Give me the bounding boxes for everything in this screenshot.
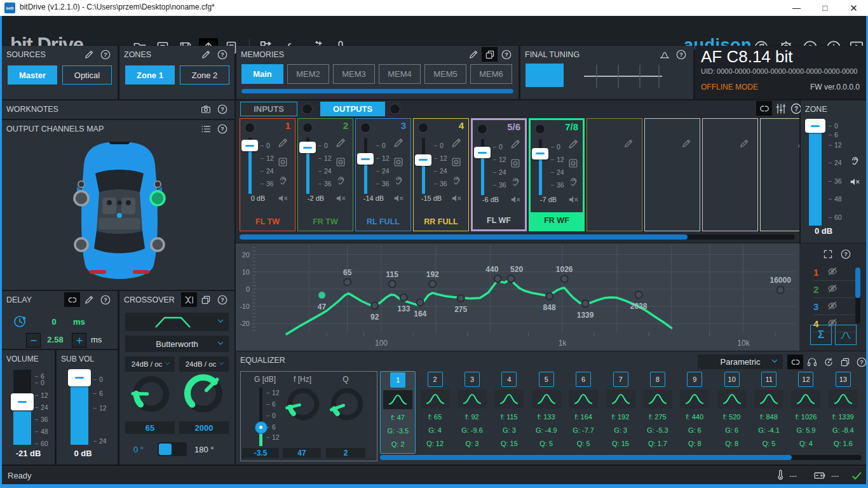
freq-knob[interactable] (285, 386, 322, 423)
mute-icon[interactable] (509, 193, 522, 206)
band-shape[interactable] (532, 390, 561, 409)
visibility-toggle[interactable] (826, 265, 839, 280)
memory-button-main[interactable]: Main (241, 64, 283, 84)
edit-icon[interactable] (681, 138, 692, 152)
visibility-toggle[interactable] (826, 316, 839, 331)
edit-icon[interactable] (276, 137, 289, 152)
legend-scrollbar[interactable] (855, 268, 860, 323)
edit-icon[interactable] (738, 138, 750, 152)
eq-point-520[interactable] (508, 275, 515, 282)
memory-button-mem3[interactable]: MEM3 (333, 64, 375, 84)
eq-point-164[interactable] (417, 299, 424, 306)
channel-label[interactable]: RL FULL (356, 214, 410, 231)
mute-icon[interactable] (392, 192, 405, 207)
channel-strip-5/6[interactable]: 5/60122436-6 dBFL WF (471, 118, 527, 231)
eq-point-115[interactable] (389, 280, 396, 287)
eq-band-11[interactable]: 11f: 848G: -4.1Q: 5 (751, 371, 787, 454)
eq-band-7[interactable]: 7f: 192G: 3Q: 15 (602, 371, 638, 454)
mute-icon[interactable] (276, 192, 289, 205)
mute-icon[interactable] (392, 192, 405, 205)
eq-band-4[interactable]: 4f: 115G: 3Q: 15 (491, 371, 527, 454)
link-channels-icon[interactable] (756, 101, 772, 116)
zone-button-zone-2[interactable]: Zone 2 (180, 65, 229, 85)
band-shape[interactable] (754, 390, 783, 409)
speaker-front-right-woofer-selected[interactable] (151, 191, 165, 205)
solo-icon[interactable] (846, 154, 862, 168)
solo-icon[interactable] (450, 175, 463, 187)
band-shape[interactable] (829, 390, 858, 409)
source-button-master[interactable]: Master (8, 65, 57, 85)
pencil-icon[interactable] (681, 138, 692, 149)
band-shape[interactable] (643, 390, 672, 409)
eq-point-1026[interactable] (561, 275, 568, 282)
faders-icon[interactable] (773, 101, 789, 116)
band-shape[interactable] (494, 390, 524, 409)
speaker-front-right-tweeter[interactable] (154, 181, 161, 187)
band-shape[interactable] (421, 390, 450, 409)
channel-strip-1[interactable]: 101224360 dBFL TW (240, 118, 295, 231)
list-icon[interactable] (198, 121, 214, 136)
speaker-config-icon[interactable] (567, 157, 580, 172)
edit-icon[interactable] (392, 137, 405, 152)
eq-point-65[interactable] (344, 279, 351, 286)
outputs-indicator[interactable] (390, 104, 400, 114)
help-icon[interactable] (97, 47, 113, 62)
edit-icon[interactable] (567, 138, 580, 151)
bands-scrollbar[interactable] (380, 455, 862, 460)
phase-toggle[interactable] (158, 442, 187, 456)
eq-band-13[interactable]: 13f: 1339G: -8.4Q: 1.6 (825, 371, 861, 454)
camera-icon[interactable] (198, 102, 214, 116)
memory-button-mem6[interactable]: MEM6 (470, 64, 512, 84)
channel-indicator[interactable] (477, 124, 487, 134)
band-shape[interactable] (458, 390, 487, 409)
q-knob[interactable] (329, 386, 365, 423)
eq-band-5[interactable]: 5f: 133G: -4.9Q: 5 (529, 371, 564, 454)
channel-strip-empty-6[interactable] (587, 118, 642, 231)
pencil-icon[interactable] (796, 138, 799, 149)
edit-icon[interactable] (81, 47, 97, 62)
eq-band-12[interactable]: 12f: 1026G: 5.9Q: 4 (788, 371, 824, 454)
source-button-optical[interactable]: Optical (62, 65, 112, 85)
help-icon[interactable] (673, 47, 689, 62)
channel-indicator[interactable] (360, 123, 370, 133)
edit-icon[interactable] (334, 137, 347, 149)
eq-mode-dropdown[interactable]: Parametric (698, 355, 783, 369)
band-shape[interactable] (569, 390, 598, 409)
band-shape[interactable] (717, 390, 747, 409)
speaker-rear-right[interactable] (151, 238, 164, 251)
help-icon[interactable] (214, 47, 230, 62)
band-number-button[interactable]: 6 (576, 372, 591, 387)
edit-icon[interactable] (623, 138, 634, 152)
zone-button-zone-1[interactable]: Zone 1 (125, 65, 175, 85)
eq-band-2[interactable]: 2f: 65G: 4Q: 12 (417, 371, 452, 454)
subvol-handle[interactable] (68, 369, 91, 386)
speaker-rear-left[interactable] (75, 238, 88, 251)
help-icon[interactable] (214, 292, 230, 307)
crossover-link-icon[interactable] (181, 292, 197, 307)
channel-indicator[interactable] (418, 123, 428, 133)
lp-frequency-knob[interactable] (182, 372, 225, 415)
mute-icon[interactable] (276, 192, 289, 207)
eq-band-9[interactable]: 9f: 440G: 6Q: 8 (677, 371, 712, 454)
solo-icon[interactable] (334, 175, 347, 190)
final-tuning-button[interactable] (526, 64, 564, 87)
eye-slash-icon[interactable] (826, 299, 839, 312)
eq-band-8[interactable]: 8f: 275G: -5.3Q: 1.7 (640, 371, 675, 454)
mute-icon[interactable] (450, 192, 463, 205)
band-number-button[interactable]: 7 (613, 372, 628, 387)
help-icon[interactable] (498, 47, 514, 62)
speaker-config-icon[interactable] (450, 156, 463, 168)
channel-fader-handle[interactable] (474, 147, 491, 158)
fullscreen-icon[interactable] (820, 247, 836, 261)
speaker-config-icon[interactable] (392, 156, 405, 168)
help-icon[interactable] (853, 355, 868, 369)
mute-icon[interactable] (567, 193, 580, 208)
channel-strip-4[interactable]: 40122436-15 dBRR FULL (413, 118, 469, 231)
pencil-icon[interactable] (738, 138, 750, 149)
edit-icon[interactable] (392, 137, 405, 149)
channel-strip-empty-9[interactable] (760, 118, 799, 231)
solo-icon[interactable] (276, 175, 289, 190)
speaker-config-icon[interactable] (450, 156, 463, 171)
help-icon[interactable] (214, 102, 230, 116)
speaker-config-icon[interactable] (392, 156, 405, 171)
